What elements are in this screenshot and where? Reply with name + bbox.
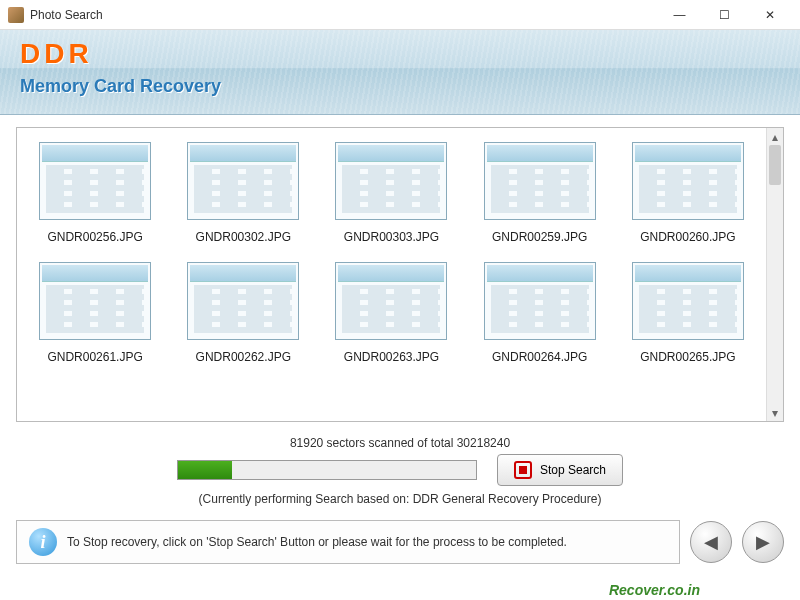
thumbnail-image [187,262,299,340]
file-thumbnail[interactable]: GNDR00265.JPG [620,262,756,364]
thumbnail-image [187,142,299,220]
thumbnail-image [484,142,596,220]
info-message: To Stop recovery, click on 'Stop Search'… [67,535,567,549]
forward-button[interactable]: ▶ [742,521,784,563]
procedure-text: (Currently performing Search based on: D… [16,492,784,506]
file-thumbnail[interactable]: GNDR00256.JPG [27,142,163,244]
close-button[interactable]: ✕ [747,1,792,29]
window-title: Photo Search [30,8,657,22]
results-panel: GNDR00256.JPG GNDR00302.JPG GNDR00303.JP… [16,127,784,422]
progress-fill [178,461,232,479]
scrollbar[interactable]: ▴ ▾ [766,128,783,421]
file-thumbnail[interactable]: GNDR00260.JPG [620,142,756,244]
file-name-label: GNDR00263.JPG [344,350,439,364]
file-thumbnail[interactable]: GNDR00261.JPG [27,262,163,364]
arrow-right-icon: ▶ [756,531,770,553]
progress-status-text: 81920 sectors scanned of total 30218240 [16,436,784,450]
file-thumbnail[interactable]: GNDR00264.JPG [472,262,608,364]
minimize-button[interactable]: — [657,1,702,29]
thumbnail-image [335,142,447,220]
footer-row: i To Stop recovery, click on 'Stop Searc… [16,520,784,564]
arrow-left-icon: ◀ [704,531,718,553]
titlebar: Photo Search — ☐ ✕ [0,0,800,30]
file-name-label: GNDR00256.JPG [47,230,142,244]
app-name-label: Memory Card Recovery [20,76,780,97]
file-name-label: GNDR00262.JPG [196,350,291,364]
scroll-down-icon[interactable]: ▾ [767,404,783,421]
thumbnail-image [335,262,447,340]
scroll-up-icon[interactable]: ▴ [767,128,783,145]
file-name-label: GNDR00264.JPG [492,350,587,364]
thumbnail-image [39,262,151,340]
file-name-label: GNDR00260.JPG [640,230,735,244]
watermark-text: Recover.co.in [609,582,700,598]
scroll-track[interactable] [767,145,783,404]
progress-section: 81920 sectors scanned of total 30218240 … [16,436,784,506]
info-icon: i [29,528,57,556]
thumbnail-image [632,142,744,220]
app-icon [8,7,24,23]
thumbnail-image [39,142,151,220]
thumbnail-grid: GNDR00256.JPG GNDR00302.JPG GNDR00303.JP… [17,128,766,421]
file-thumbnail[interactable]: GNDR00262.JPG [175,262,311,364]
maximize-button[interactable]: ☐ [702,1,747,29]
scroll-thumb[interactable] [769,145,781,185]
file-thumbnail[interactable]: GNDR00263.JPG [323,262,459,364]
back-button[interactable]: ◀ [690,521,732,563]
file-name-label: GNDR00259.JPG [492,230,587,244]
info-bar: i To Stop recovery, click on 'Stop Searc… [16,520,680,564]
thumbnail-image [632,262,744,340]
file-thumbnail[interactable]: GNDR00259.JPG [472,142,608,244]
stop-search-button[interactable]: Stop Search [497,454,623,486]
file-name-label: GNDR00302.JPG [196,230,291,244]
file-thumbnail[interactable]: GNDR00303.JPG [323,142,459,244]
window-controls: — ☐ ✕ [657,1,792,29]
ddr-logo: DDR [20,38,780,70]
file-name-label: GNDR00261.JPG [47,350,142,364]
thumbnail-image [484,262,596,340]
content-area: GNDR00256.JPG GNDR00302.JPG GNDR00303.JP… [0,115,800,600]
progress-bar [177,460,477,480]
file-name-label: GNDR00303.JPG [344,230,439,244]
file-thumbnail[interactable]: GNDR00302.JPG [175,142,311,244]
stop-icon [514,461,532,479]
stop-button-label: Stop Search [540,463,606,477]
file-name-label: GNDR00265.JPG [640,350,735,364]
header-banner: DDR Memory Card Recovery [0,30,800,115]
